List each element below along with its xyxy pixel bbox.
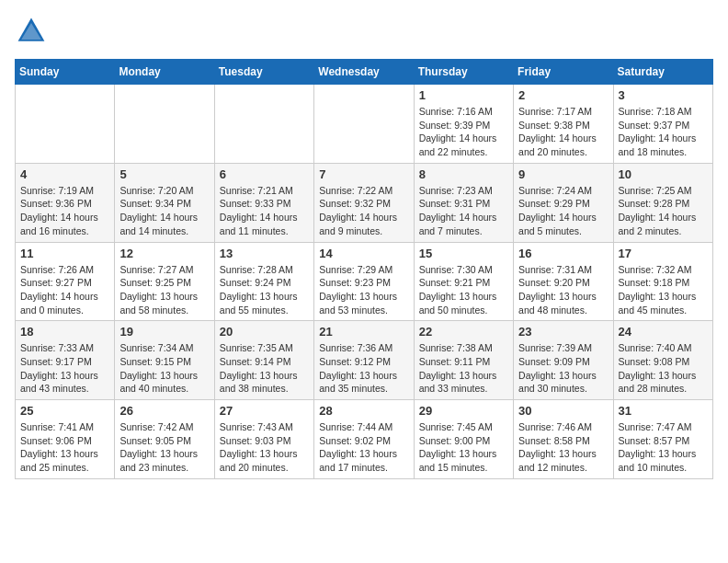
calendar-week-row: 4Sunrise: 7:19 AM Sunset: 9:36 PM Daylig… [16, 163, 713, 242]
calendar-cell: 25Sunrise: 7:41 AM Sunset: 9:06 PM Dayli… [16, 400, 115, 479]
page-header [15, 15, 713, 48]
day-info: Sunrise: 7:34 AM Sunset: 9:15 PM Dayligh… [119, 341, 209, 396]
calendar-header: SundayMondayTuesdayWednesdayThursdayFrid… [16, 60, 713, 85]
calendar-cell: 14Sunrise: 7:29 AM Sunset: 9:23 PM Dayli… [314, 242, 414, 321]
calendar-week-row: 25Sunrise: 7:41 AM Sunset: 9:06 PM Dayli… [16, 400, 713, 479]
calendar-cell: 4Sunrise: 7:19 AM Sunset: 9:36 PM Daylig… [16, 163, 115, 242]
day-info: Sunrise: 7:29 AM Sunset: 9:23 PM Dayligh… [319, 263, 408, 317]
day-info: Sunrise: 7:46 AM Sunset: 8:58 PM Dayligh… [518, 420, 608, 475]
calendar-cell: 1Sunrise: 7:16 AM Sunset: 9:39 PM Daylig… [414, 85, 513, 164]
day-number: 12 [119, 247, 209, 260]
day-of-week-header: Sunday [16, 60, 115, 85]
day-of-week-header: Saturday [613, 60, 712, 85]
calendar-cell: 18Sunrise: 7:33 AM Sunset: 9:17 PM Dayli… [16, 321, 115, 400]
calendar-cell: 11Sunrise: 7:26 AM Sunset: 9:27 PM Dayli… [16, 242, 115, 321]
calendar-cell: 16Sunrise: 7:31 AM Sunset: 9:20 PM Dayli… [514, 242, 613, 321]
day-number: 27 [220, 404, 309, 418]
day-number: 16 [518, 247, 608, 260]
day-info: Sunrise: 7:44 AM Sunset: 9:02 PM Dayligh… [319, 420, 408, 475]
calendar-cell [115, 85, 214, 164]
calendar-cell: 30Sunrise: 7:46 AM Sunset: 8:58 PM Dayli… [514, 400, 613, 479]
calendar-cell [214, 85, 313, 164]
day-info: Sunrise: 7:25 AM Sunset: 9:28 PM Dayligh… [619, 184, 708, 238]
calendar-cell: 20Sunrise: 7:35 AM Sunset: 9:14 PM Dayli… [214, 321, 313, 400]
day-number: 8 [419, 167, 508, 181]
calendar-cell: 31Sunrise: 7:47 AM Sunset: 8:57 PM Dayli… [613, 400, 712, 479]
day-info: Sunrise: 7:22 AM Sunset: 9:32 PM Dayligh… [319, 184, 408, 238]
day-info: Sunrise: 7:35 AM Sunset: 9:14 PM Dayligh… [220, 341, 309, 396]
header-row: SundayMondayTuesdayWednesdayThursdayFrid… [16, 60, 713, 85]
day-info: Sunrise: 7:19 AM Sunset: 9:36 PM Dayligh… [20, 184, 109, 238]
day-info: Sunrise: 7:33 AM Sunset: 9:17 PM Dayligh… [20, 341, 109, 396]
calendar-cell: 9Sunrise: 7:24 AM Sunset: 9:29 PM Daylig… [514, 163, 613, 242]
calendar-cell: 26Sunrise: 7:42 AM Sunset: 9:05 PM Dayli… [115, 400, 214, 479]
day-number: 5 [119, 167, 209, 181]
calendar-cell: 24Sunrise: 7:40 AM Sunset: 9:08 PM Dayli… [613, 321, 712, 400]
day-number: 2 [518, 88, 608, 102]
calendar-cell: 21Sunrise: 7:36 AM Sunset: 9:12 PM Dayli… [314, 321, 414, 400]
day-info: Sunrise: 7:47 AM Sunset: 8:57 PM Dayligh… [619, 420, 708, 475]
calendar-cell: 6Sunrise: 7:21 AM Sunset: 9:33 PM Daylig… [214, 163, 313, 242]
day-info: Sunrise: 7:41 AM Sunset: 9:06 PM Dayligh… [20, 420, 109, 475]
day-number: 26 [119, 404, 209, 418]
calendar-cell [314, 85, 414, 164]
calendar-cell: 8Sunrise: 7:23 AM Sunset: 9:31 PM Daylig… [414, 163, 513, 242]
calendar-week-row: 18Sunrise: 7:33 AM Sunset: 9:17 PM Dayli… [16, 321, 713, 400]
day-info: Sunrise: 7:31 AM Sunset: 9:20 PM Dayligh… [518, 263, 608, 317]
day-number: 19 [119, 325, 209, 339]
calendar-cell: 10Sunrise: 7:25 AM Sunset: 9:28 PM Dayli… [613, 163, 712, 242]
calendar-cell [16, 85, 115, 164]
calendar-body: 1Sunrise: 7:16 AM Sunset: 9:39 PM Daylig… [16, 85, 713, 479]
day-info: Sunrise: 7:28 AM Sunset: 9:24 PM Dayligh… [220, 263, 309, 317]
day-number: 9 [518, 167, 608, 181]
calendar-cell: 12Sunrise: 7:27 AM Sunset: 9:25 PM Dayli… [115, 242, 214, 321]
day-info: Sunrise: 7:27 AM Sunset: 9:25 PM Dayligh… [119, 263, 209, 317]
day-info: Sunrise: 7:39 AM Sunset: 9:09 PM Dayligh… [518, 341, 608, 396]
calendar-cell: 23Sunrise: 7:39 AM Sunset: 9:09 PM Dayli… [514, 321, 613, 400]
day-number: 29 [419, 404, 508, 418]
day-info: Sunrise: 7:21 AM Sunset: 9:33 PM Dayligh… [220, 184, 309, 238]
day-info: Sunrise: 7:16 AM Sunset: 9:39 PM Dayligh… [419, 105, 508, 159]
day-number: 30 [518, 404, 608, 418]
day-info: Sunrise: 7:30 AM Sunset: 9:21 PM Dayligh… [419, 263, 508, 317]
calendar-week-row: 1Sunrise: 7:16 AM Sunset: 9:39 PM Daylig… [16, 85, 713, 164]
calendar-cell: 17Sunrise: 7:32 AM Sunset: 9:18 PM Dayli… [613, 242, 712, 321]
day-info: Sunrise: 7:45 AM Sunset: 9:00 PM Dayligh… [419, 420, 508, 475]
day-info: Sunrise: 7:36 AM Sunset: 9:12 PM Dayligh… [319, 341, 408, 396]
day-number: 15 [419, 247, 508, 260]
day-number: 22 [419, 325, 508, 339]
day-number: 7 [319, 167, 408, 181]
calendar-table: SundayMondayTuesdayWednesdayThursdayFrid… [15, 59, 713, 479]
calendar-cell: 19Sunrise: 7:34 AM Sunset: 9:15 PM Dayli… [115, 321, 214, 400]
day-number: 24 [619, 325, 708, 339]
day-info: Sunrise: 7:23 AM Sunset: 9:31 PM Dayligh… [419, 184, 508, 238]
day-number: 1 [419, 88, 508, 102]
day-info: Sunrise: 7:18 AM Sunset: 9:37 PM Dayligh… [619, 105, 708, 159]
calendar-cell: 7Sunrise: 7:22 AM Sunset: 9:32 PM Daylig… [314, 163, 414, 242]
day-number: 14 [319, 247, 408, 260]
day-info: Sunrise: 7:20 AM Sunset: 9:34 PM Dayligh… [119, 184, 209, 238]
day-info: Sunrise: 7:24 AM Sunset: 9:29 PM Dayligh… [518, 184, 608, 238]
day-of-week-header: Friday [514, 60, 613, 85]
day-number: 31 [619, 404, 708, 418]
day-of-week-header: Thursday [414, 60, 513, 85]
calendar-cell: 28Sunrise: 7:44 AM Sunset: 9:02 PM Dayli… [314, 400, 414, 479]
calendar-cell: 29Sunrise: 7:45 AM Sunset: 9:00 PM Dayli… [414, 400, 513, 479]
day-info: Sunrise: 7:26 AM Sunset: 9:27 PM Dayligh… [20, 263, 109, 317]
day-info: Sunrise: 7:42 AM Sunset: 9:05 PM Dayligh… [119, 420, 209, 475]
day-number: 23 [518, 325, 608, 339]
logo [15, 15, 51, 48]
calendar-cell: 22Sunrise: 7:38 AM Sunset: 9:11 PM Dayli… [414, 321, 513, 400]
calendar-cell: 13Sunrise: 7:28 AM Sunset: 9:24 PM Dayli… [214, 242, 313, 321]
day-info: Sunrise: 7:17 AM Sunset: 9:38 PM Dayligh… [518, 105, 608, 159]
day-info: Sunrise: 7:43 AM Sunset: 9:03 PM Dayligh… [220, 420, 309, 475]
logo-icon [15, 15, 48, 48]
day-number: 3 [619, 88, 708, 102]
day-number: 20 [220, 325, 309, 339]
day-number: 28 [319, 404, 408, 418]
calendar-cell: 2Sunrise: 7:17 AM Sunset: 9:38 PM Daylig… [514, 85, 613, 164]
calendar-cell: 5Sunrise: 7:20 AM Sunset: 9:34 PM Daylig… [115, 163, 214, 242]
day-of-week-header: Wednesday [314, 60, 414, 85]
day-number: 4 [20, 167, 109, 181]
day-number: 6 [220, 167, 309, 181]
